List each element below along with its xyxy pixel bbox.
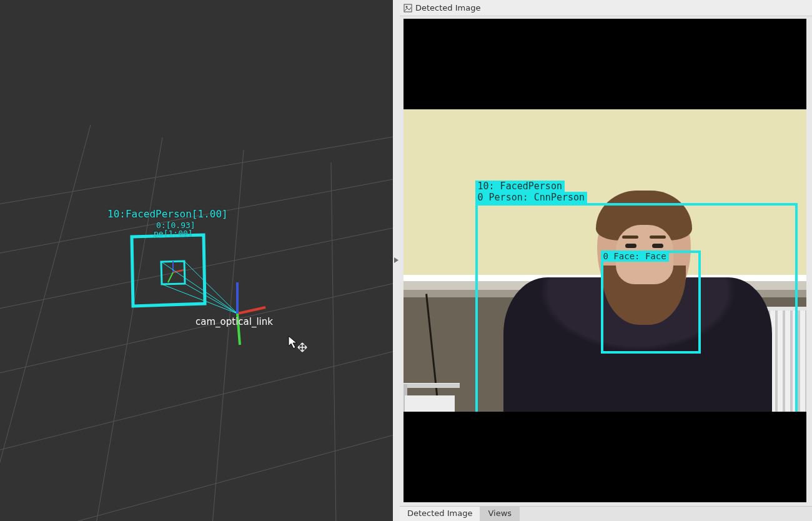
pane-splitter[interactable] bbox=[393, 0, 400, 521]
svg-line-20 bbox=[237, 307, 265, 314]
camera-frame: 10: FacedPerson 0 Person: CnnPerson 0 Fa… bbox=[404, 109, 806, 412]
image-icon bbox=[404, 4, 412, 12]
viz3d-grid bbox=[0, 0, 393, 521]
tab-detected-image[interactable]: Detected Image bbox=[400, 507, 480, 521]
viz3d-pane[interactable]: 10:FacedPerson[1.00] 0:[0.93] pe[1:00] c… bbox=[0, 0, 393, 521]
bottom-tabs: Detected Image Views bbox=[400, 506, 812, 521]
svg-line-17 bbox=[184, 261, 237, 314]
svg-point-28 bbox=[406, 6, 408, 7]
scene-shelf bbox=[404, 383, 460, 388]
viz3d-frame-label: cam_optical_link bbox=[196, 316, 273, 327]
svg-line-0 bbox=[0, 119, 393, 212]
letterbox-bottom bbox=[404, 412, 806, 502]
svg-marker-26 bbox=[394, 257, 399, 263]
app-root: 10:FacedPerson[1.00] 0:[0.93] pe[1:00] c… bbox=[0, 0, 812, 521]
letterbox-top bbox=[404, 19, 806, 109]
viz3d-sublabel-2: pe[1:00] bbox=[154, 229, 193, 238]
svg-line-5 bbox=[0, 406, 393, 521]
tab-views[interactable]: Views bbox=[480, 507, 520, 521]
svg-line-19 bbox=[162, 284, 237, 314]
bbox-face: 0 Face: Face bbox=[601, 251, 701, 354]
bbox-person-tag2: 0 Person: CnnPerson bbox=[475, 192, 588, 203]
svg-line-9 bbox=[331, 162, 337, 521]
svg-line-2 bbox=[0, 206, 393, 319]
svg-line-18 bbox=[185, 284, 237, 314]
svg-line-7 bbox=[87, 137, 162, 521]
svg-line-6 bbox=[0, 125, 91, 521]
image-panel-titlebar: Detected Image bbox=[400, 0, 812, 16]
image-canvas: 10: FacedPerson 0 Person: CnnPerson 0 Fa… bbox=[404, 19, 806, 502]
viz3d-detection-label: 10:FacedPerson[1.00] bbox=[107, 208, 228, 220]
scene-shelf-paper bbox=[405, 395, 455, 412]
bbox-face-tag: 0 Face: Face bbox=[601, 251, 669, 262]
image-area[interactable]: 10: FacedPerson 0 Person: CnnPerson 0 Fa… bbox=[400, 16, 812, 506]
image-panel-title: Detected Image bbox=[415, 3, 480, 12]
bbox-person-tag1: 10: FacedPerson bbox=[475, 181, 565, 192]
image-panel: Detected Image bbox=[400, 0, 812, 521]
